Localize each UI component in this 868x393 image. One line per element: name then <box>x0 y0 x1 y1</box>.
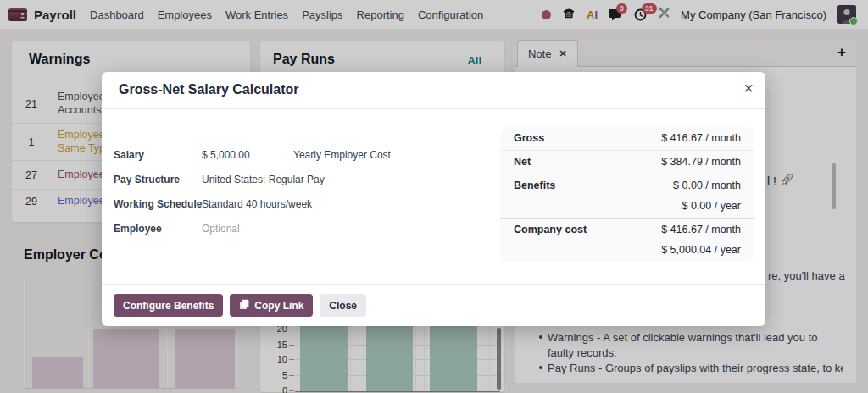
company-cost-month-value: $ 416.67 / month <box>661 224 741 235</box>
summary-row-net: Net $ 384.79 / month <box>500 150 754 174</box>
salary-label: Salary <box>114 149 144 161</box>
working-schedule-label: Working Schedule <box>114 198 202 210</box>
modal-title: Gross-Net Salary Calculator <box>119 82 299 97</box>
net-label: Net <box>514 156 531 168</box>
pay-structure-label: Pay Structure <box>114 174 180 185</box>
modal-header-divider <box>102 108 765 109</box>
summary-row-gross: Gross $ 416.67 / month <box>500 127 754 150</box>
salary-input[interactable]: $ 5,000.00 <box>202 149 250 161</box>
summary-row-company-cost: Company cost $ 416.67 / month $ 5,000.04… <box>500 218 754 262</box>
employee-field[interactable]: Optional <box>202 223 240 235</box>
salary-period-select[interactable]: Yearly Employer Cost <box>293 149 391 161</box>
benefits-month-value: $ 0.00 / month <box>673 180 741 191</box>
screen: Payroll Dashboard Employees Work Entries… <box>0 0 868 393</box>
company-cost-year-value: $ 5,000.04 / year <box>661 244 741 256</box>
copy-link-button[interactable]: Copy Link <box>230 294 313 317</box>
configure-benefits-button[interactable]: Configure Benefits <box>114 294 223 317</box>
gross-value: $ 416.67 / month <box>661 132 741 144</box>
copy-link-label: Copy Link <box>254 300 303 312</box>
summary-row-benefits: Benefits $ 0.00 / month $ 0.00 / year <box>500 174 754 218</box>
employee-label: Employee <box>114 223 162 235</box>
configure-benefits-label: Configure Benefits <box>123 300 214 312</box>
net-value: $ 384.79 / month <box>661 156 741 168</box>
working-schedule-field[interactable]: Standard 40 hours/week <box>202 198 312 210</box>
modal-close-icon[interactable]: × <box>743 77 754 99</box>
gross-net-salary-calculator-modal: Gross-Net Salary Calculator × Salary $ 5… <box>102 72 765 326</box>
benefits-year-value: $ 0.00 / year <box>682 200 742 212</box>
modal-footer: Configure Benefits Copy Link Close <box>102 284 765 326</box>
close-label: Close <box>329 300 357 312</box>
gross-label: Gross <box>514 132 544 144</box>
modal-close-button[interactable]: Close <box>320 294 366 317</box>
pay-structure-field[interactable]: United States: Regular Pay <box>202 174 325 185</box>
clipboard-icon <box>239 299 249 313</box>
benefits-label: Benefits <box>514 180 555 191</box>
company-cost-label: Company cost <box>514 224 587 235</box>
salary-summary-panel: Gross $ 416.67 / month Net $ 384.79 / mo… <box>500 127 754 262</box>
